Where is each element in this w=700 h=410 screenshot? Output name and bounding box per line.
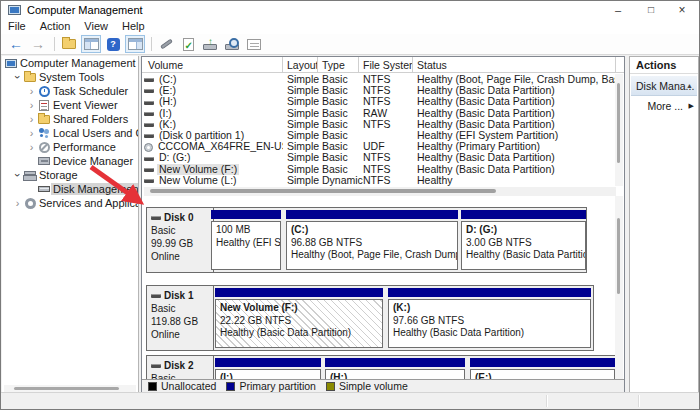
disk-type: Basic (151, 224, 209, 237)
partition-e[interactable]: (E:) (470, 358, 615, 379)
disk-label[interactable]: Disk 2Basic (147, 356, 214, 379)
status-cell: Healthy (Basic Data Partition) (417, 164, 620, 175)
fs-cell: NTFS (363, 119, 417, 130)
legend-label: Primary partition (239, 380, 315, 392)
disk-label[interactable]: Disk 1Basic119.88 GBOnline (147, 286, 214, 350)
primary-partition-bar (470, 358, 615, 367)
action-pane-toggle-button[interactable] (125, 35, 145, 53)
sidebar-item-device-manager[interactable]: Device Manager (2, 154, 138, 168)
partition-status: Healthy (Basic Data Partition) (393, 327, 586, 340)
console-tree-toggle-button[interactable] (81, 35, 101, 53)
disk-label[interactable]: Disk 0Basic99.99 GBOnline (147, 208, 214, 272)
sidebar-item-task-scheduler[interactable]: ›Task Scheduler (2, 84, 138, 98)
partition-100-mb[interactable]: 100 MBHealthy (EFI Sys (211, 210, 281, 270)
volume-list-row[interactable]: D: (G:)SimpleBasicNTFSHealthy (Basic Dat… (142, 152, 624, 163)
graphical-view-vertical-scrollbar[interactable] (615, 196, 623, 379)
actions-pane: Actions Disk Mana... ▲ More ... ▶ (629, 56, 699, 393)
partition-info: (H:) (325, 369, 465, 379)
minimize-button[interactable]: – (603, 1, 633, 19)
tree-item-label: System Tools (37, 71, 106, 83)
close-button[interactable]: × (667, 1, 697, 19)
sidebar-item-computer-management-local[interactable]: Computer Management (Local (2, 56, 138, 70)
volume-list-row[interactable]: New Volume (F:)SimpleBasicNTFSHealthy (B… (142, 164, 624, 175)
volume-list-row[interactable]: (K:)SimpleBasicNTFSHealthy (Basic Data P… (142, 119, 624, 130)
chevron-collapsed-icon[interactable]: › (26, 85, 37, 97)
chevron-collapsed-icon[interactable]: › (26, 127, 37, 139)
partition-new-volume-f[interactable]: New Volume (F:)22.22 GB NTFSHealthy (Bas… (215, 288, 383, 348)
chevron-expanded-icon[interactable]: › (12, 71, 23, 83)
chevron-collapsed-icon[interactable]: › (12, 197, 23, 209)
chevron-collapsed-icon[interactable]: › (26, 113, 37, 125)
sidebar-item-system-tools[interactable]: ›System Tools (2, 70, 138, 84)
menu-action[interactable]: Action (33, 19, 78, 33)
volume-list-header: VolumeLayoutTypeFile SystemStatus (142, 57, 624, 73)
volume-list-row[interactable]: (E:)SimpleBasicNTFSHealthy (Basic Data P… (142, 85, 624, 96)
partition-k[interactable]: (K:)97.66 GB NTFSHealthy (Basic Data Par… (388, 288, 591, 348)
column-header-layout[interactable]: Layout (283, 57, 318, 73)
partition-i[interactable]: (I:) (215, 358, 321, 379)
help-button[interactable]: ? (103, 35, 123, 53)
column-header-volume[interactable]: Volume (144, 57, 283, 73)
actions-disk-management-group[interactable]: Disk Mana... ▲ (631, 76, 697, 96)
forward-arrow-button[interactable] (28, 35, 48, 53)
status-cell: Healthy (Basic Data Partition) (417, 119, 620, 130)
volume-list-row[interactable]: (H:)SimpleBasicNTFSHealthy (Basic Data P… (142, 96, 624, 107)
partition-d-g[interactable]: D: (G:)3.00 GB NTFSHealthy (Basic Data P… (461, 210, 586, 270)
volume-list-row[interactable]: CCCOMA_X64FRE_EN-US_DV9 (D:)SimpleBasicU… (142, 141, 624, 152)
properties-sheet-button[interactable] (244, 35, 264, 53)
disk-volume-icon (144, 134, 154, 138)
back-arrow-button[interactable] (6, 35, 26, 53)
computer-icon (4, 59, 18, 68)
volume-cell: (E:) (144, 85, 283, 96)
menu-view[interactable]: View (77, 19, 115, 33)
volume-list-horizontal-scrollbar[interactable] (144, 187, 616, 196)
drive-update-button[interactable] (200, 35, 220, 53)
status-cell: Healthy (Primary Partition) (417, 141, 620, 152)
scrollbar-thumb[interactable] (617, 83, 620, 163)
legend-label: Simple volume (339, 380, 408, 392)
scrollbar-thumb[interactable] (150, 189, 496, 193)
fs-cell: UDF (363, 141, 417, 152)
sidebar-item-local-users-and-groups[interactable]: ›Local Users and Groups (2, 126, 138, 140)
tree-item-label: Services and Applications (37, 197, 138, 209)
maximize-button[interactable]: □ (636, 1, 666, 19)
column-header-type[interactable]: Type (318, 57, 359, 73)
chevron-collapsed-icon[interactable]: › (26, 99, 37, 111)
volume-list-vertical-scrollbar[interactable] (615, 74, 623, 186)
disk-volume-icon (144, 179, 154, 183)
sidebar-item-storage[interactable]: ›Storage (2, 168, 138, 182)
sidebar-item-shared-folders[interactable]: ›Shared Folders (2, 112, 138, 126)
check-document-button[interactable] (178, 35, 198, 53)
statusbar-divider (638, 395, 639, 407)
sidebar-item-services-and-applications[interactable]: ›Services and Applications (2, 196, 138, 210)
partition-h[interactable]: (H:) (325, 358, 465, 379)
volume-list-row[interactable]: New Volume (L:)SimpleDynamicNTFSHealthy (142, 175, 624, 186)
tree-horizontal-scrollbar[interactable] (4, 385, 136, 392)
scrollbar-thumb[interactable] (617, 218, 620, 294)
partition-name: D: (G:) (466, 224, 581, 237)
sidebar-item-event-viewer[interactable]: ›Event Viewer (2, 98, 138, 112)
device-tool-button[interactable] (156, 35, 176, 53)
actions-more-item[interactable]: More ... ▶ (631, 98, 697, 114)
column-header-status[interactable]: Status (413, 57, 616, 73)
export-folder-button[interactable] (59, 35, 79, 53)
drive-search-button[interactable] (222, 35, 242, 53)
menu-help[interactable]: Help (115, 19, 152, 33)
partition-size: 97.66 GB NTFS (393, 315, 586, 328)
partition-c[interactable]: (C:)96.88 GB NTFSHealthy (Boot, Page Fil… (286, 210, 458, 270)
chevron-collapsed-icon[interactable]: › (26, 141, 37, 153)
volume-list-row[interactable]: (C:)SimpleBasicNTFSHealthy (Boot, Page F… (142, 74, 624, 85)
column-header-file-system[interactable]: File System (359, 57, 413, 73)
volume-list-row[interactable]: (I:)SimpleBasicRAWHealthy (Basic Data Pa… (142, 108, 624, 119)
scrollbar-thumb[interactable] (14, 387, 119, 390)
partition-legend: UnallocatedPrimary partitionSimple volum… (142, 379, 624, 392)
collapse-chevron-icon[interactable]: ▲ (686, 76, 693, 96)
partition-status: Healthy (Basic Data Partition) (220, 327, 378, 340)
sidebar-item-performance[interactable]: ›Performance (2, 140, 138, 154)
chevron-expanded-icon[interactable]: › (12, 169, 23, 181)
fs-cell: NTFS (363, 85, 417, 96)
volume-list-row[interactable]: (Disk 0 partition 1)SimpleBasicHealthy (… (142, 130, 624, 141)
menu-file[interactable]: File (1, 19, 33, 33)
volume-name: (C:) (157, 74, 179, 85)
sidebar-item-disk-management[interactable]: Disk Management (2, 182, 138, 196)
